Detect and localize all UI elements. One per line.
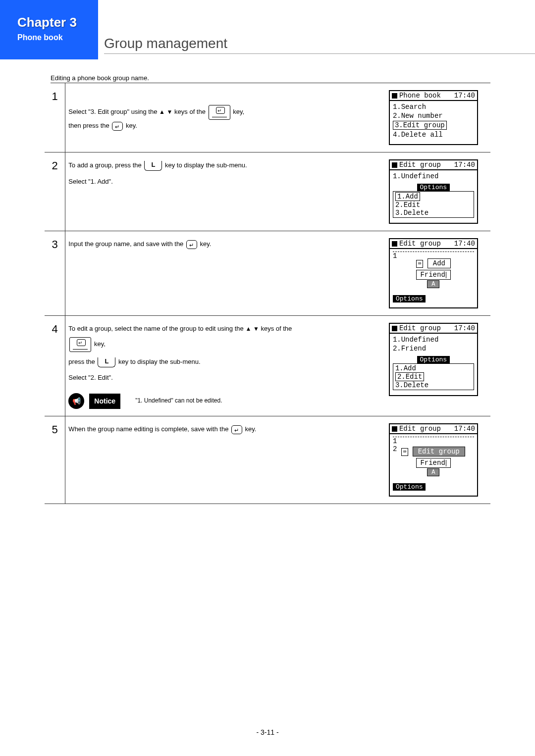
phone-screen: Phone book 17:40 1.Search 2.New number 3…: [389, 90, 478, 145]
selected-option: 2.Edit: [395, 372, 424, 381]
up-arrow-icon: ▲: [245, 324, 251, 335]
down-arrow-icon: ▼: [253, 324, 259, 335]
phone-screen: Edit group 17:40 1 2 ⌨ Edit group Friend: [389, 423, 478, 497]
input-mode: A: [427, 280, 439, 288]
chapter-title: Chapter 3: [17, 15, 88, 30]
keyboard-icon: ⌨: [416, 260, 424, 268]
l-key-icon: L: [144, 161, 162, 171]
enter-key-icon: [231, 425, 242, 434]
step-description: Select "3. Edit group" using the ▲ ▼ key…: [65, 83, 376, 152]
options-button: Options: [393, 483, 426, 491]
enter-key-icon: [69, 337, 91, 352]
notice-icon: 📢: [68, 393, 84, 409]
page-footer: - 3-11 -: [0, 728, 535, 736]
selected-menu-item: 3.Edit group: [393, 121, 447, 130]
enter-key-icon: [112, 122, 123, 131]
steps-table: 1 Select "3. Edit group" using the ▲ ▼ k…: [45, 83, 490, 504]
step-description: To edit a group, select the name of the …: [65, 316, 376, 416]
step-description: When the group name editing is complete,…: [65, 416, 376, 504]
enter-key-icon: [186, 240, 197, 249]
phone-screen: Edit group 17:40 1 ⌨ Add Friend A Option…: [389, 238, 478, 308]
notice-box: 📢 Notice "1. Undefined" can not be edite…: [68, 393, 373, 409]
input-mode: A: [427, 468, 439, 476]
step-number: 1: [45, 83, 65, 152]
selected-option: 1.Add: [395, 192, 420, 201]
enter-key-icon: [209, 105, 230, 120]
step-number: 5: [45, 416, 65, 504]
popup-title: Edit group: [413, 447, 465, 456]
phone-screen: Edit group 17:40 1.Undefined Options 1.A…: [389, 159, 478, 224]
l-key-icon: L: [98, 357, 115, 367]
step-description: To add a group, press the L key to displ…: [65, 152, 376, 231]
popup-title: Add: [428, 258, 451, 268]
step-number: 3: [45, 231, 65, 316]
up-arrow-icon: ▲: [159, 107, 165, 118]
group-name-input: Friend: [416, 458, 451, 468]
keyboard-icon: ⌨: [401, 448, 409, 456]
step-number: 2: [45, 152, 65, 231]
intro-text: Editing a phone book group name.: [51, 74, 490, 83]
phone-screen: Edit group 17:40 1.Undefined 2.Friend Op…: [389, 323, 478, 396]
chapter-subtitle: Phone book: [17, 33, 88, 42]
page-title: Group management: [104, 36, 535, 54]
group-name-input: Friend: [416, 270, 451, 280]
options-button: Options: [393, 295, 426, 302]
step-number: 4: [45, 316, 65, 416]
down-arrow-icon: ▼: [167, 107, 173, 118]
notice-text: "1. Undefined" can not be edited.: [135, 396, 222, 406]
step-description: Input the group name, and save with the …: [65, 231, 376, 316]
notice-label: Notice: [89, 394, 120, 409]
chapter-box: Chapter 3 Phone book: [0, 0, 98, 59]
